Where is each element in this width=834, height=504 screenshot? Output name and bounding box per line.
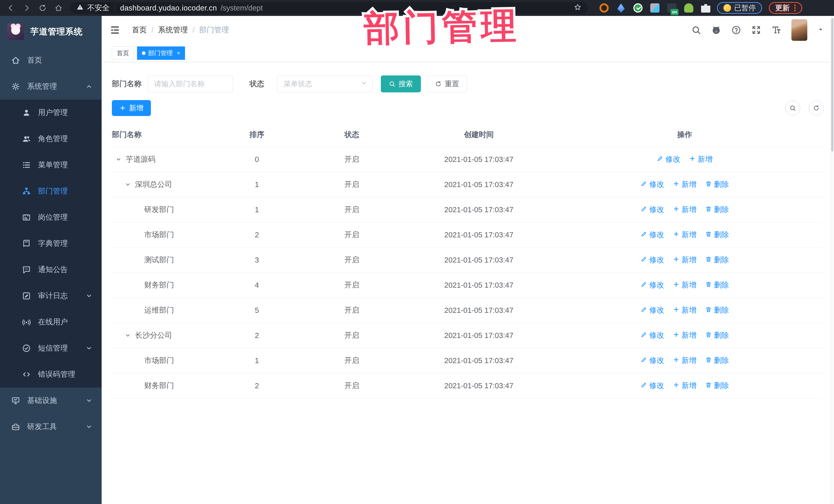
chevron-down-icon: [86, 345, 92, 352]
help-icon[interactable]: [731, 25, 741, 35]
sidebar-item-chat[interactable]: 通知公告: [0, 257, 102, 283]
row-action-pencil[interactable]: 修改: [657, 154, 680, 165]
plus-icon: [673, 256, 680, 264]
status-select[interactable]: 菜单状态: [277, 75, 373, 92]
row-action-plus[interactable]: 新增: [673, 355, 697, 366]
font-size-icon[interactable]: [771, 25, 781, 35]
row-action-plus[interactable]: 新增: [689, 154, 712, 165]
sidebar-item-online[interactable]: 在线用户: [0, 309, 102, 335]
tag-view-active[interactable]: 部门管理×: [137, 46, 185, 60]
toolbar: 新增: [112, 100, 824, 116]
dept-name-input[interactable]: 请输入部门名称: [148, 75, 233, 92]
toggle-search-button[interactable]: [785, 101, 800, 115]
extension-switch-icon[interactable]: on: [667, 3, 676, 13]
extension-drop-icon[interactable]: [616, 3, 626, 13]
row-action-trash[interactable]: 删除: [705, 330, 729, 341]
row-action-trash[interactable]: 删除: [705, 380, 729, 391]
list-icon: [22, 161, 31, 169]
address-bar[interactable]: 不安全 dashboard.yudao.iocoder.cn/system/de…: [70, 2, 588, 14]
row-action-pencil[interactable]: 修改: [640, 380, 664, 391]
browser-forward-icon[interactable]: [22, 3, 31, 13]
fullscreen-icon[interactable]: [751, 25, 761, 35]
browser-update-button[interactable]: 更新: [769, 2, 802, 14]
browser-menu-dots-icon[interactable]: [794, 5, 796, 11]
extension-orange-icon[interactable]: [599, 3, 609, 13]
row-action-trash[interactable]: 删除: [705, 230, 729, 240]
sidebar-item-book[interactable]: 字典管理: [0, 231, 102, 257]
user-menu-caret-icon[interactable]: [817, 26, 824, 34]
dept-status: 开启: [291, 298, 412, 323]
row-action-trash[interactable]: 删除: [705, 179, 729, 190]
breadcrumb-separator: /: [193, 26, 195, 35]
breadcrumb-item[interactable]: 系统管理: [158, 25, 188, 35]
row-action-pencil[interactable]: 修改: [640, 355, 664, 366]
refresh-table-button[interactable]: [809, 101, 824, 115]
users-icon: [22, 134, 31, 143]
sidebar-item-editlog[interactable]: 审计日志: [0, 283, 102, 309]
row-action-trash[interactable]: 删除: [705, 204, 729, 215]
row-action-trash[interactable]: 删除: [705, 355, 729, 366]
tag-view-item[interactable]: 首页: [112, 46, 134, 60]
tree-expand-icon[interactable]: [125, 332, 135, 338]
sidebar-item-infra[interactable]: 基础设施: [0, 388, 102, 414]
sidebar-item-label: 岗位管理: [38, 212, 92, 222]
sidebar-item-label: 研发工具: [27, 422, 79, 432]
bookmark-star-icon[interactable]: [574, 3, 581, 13]
extension-figure-icon[interactable]: [684, 3, 694, 13]
extensions-puzzle-icon[interactable]: [701, 3, 710, 13]
sidebar-logo-row[interactable]: 芋道管理系统: [0, 16, 102, 47]
browser-back-icon[interactable]: [6, 3, 15, 13]
sidebar-item-list[interactable]: 菜单管理: [0, 152, 102, 178]
row-action-plus[interactable]: 新增: [673, 255, 697, 265]
add-button[interactable]: 新增: [112, 100, 151, 116]
row-action-pencil[interactable]: 修改: [640, 255, 664, 265]
row-action-trash[interactable]: 删除: [705, 280, 729, 290]
scrollbar-thumb[interactable]: [831, 18, 833, 151]
sidebar-item-tools[interactable]: 研发工具: [0, 414, 102, 440]
row-action-plus[interactable]: 新增: [673, 179, 697, 190]
search-button[interactable]: 搜索: [381, 75, 421, 92]
row-action-plus[interactable]: 新增: [673, 204, 697, 215]
row-action-pencil[interactable]: 修改: [640, 305, 664, 315]
user-avatar[interactable]: [791, 19, 807, 41]
row-action-trash[interactable]: 删除: [705, 255, 729, 265]
breadcrumb-item[interactable]: 首页: [132, 25, 147, 35]
table-row: 研发部门1开启2021-01-05 17:03:47修改新增删除: [112, 197, 824, 222]
tree-expand-icon[interactable]: [125, 181, 135, 188]
header-search-icon[interactable]: [691, 25, 701, 35]
sidebar-item-org[interactable]: 部门管理: [0, 178, 102, 204]
profile-paused-pill[interactable]: 已暂停: [717, 2, 762, 14]
row-action-label: 新增: [682, 355, 697, 366]
row-action-pencil[interactable]: 修改: [640, 230, 664, 240]
profile-emoji-avatar: [723, 4, 731, 12]
tree-expand-icon[interactable]: [115, 156, 126, 162]
row-action-label: 新增: [682, 179, 697, 190]
row-action-plus[interactable]: 新增: [673, 380, 697, 391]
sidebar-collapse-icon[interactable]: [110, 25, 120, 35]
row-action-plus[interactable]: 新增: [673, 305, 697, 315]
page-scrollbar[interactable]: [830, 16, 834, 504]
sidebar-item-user[interactable]: 用户管理: [0, 100, 102, 126]
sidebar-item-users[interactable]: 角色管理: [0, 126, 102, 152]
github-icon[interactable]: [711, 25, 721, 35]
browser-reload-icon[interactable]: [38, 3, 47, 13]
sidebar-item-code[interactable]: 错误码管理: [0, 361, 102, 388]
row-action-plus[interactable]: 新增: [673, 330, 697, 341]
row-action-pencil[interactable]: 修改: [640, 330, 664, 341]
row-action-plus[interactable]: 新增: [673, 280, 697, 290]
row-action-pencil[interactable]: 修改: [640, 280, 664, 290]
row-action-trash[interactable]: 删除: [705, 305, 729, 315]
sidebar-item-gear[interactable]: 系统管理: [0, 73, 102, 100]
sidebar-item-sms[interactable]: 短信管理: [0, 335, 102, 361]
extension-check-icon[interactable]: [633, 3, 642, 13]
browser-home-icon[interactable]: [54, 3, 63, 13]
sidebar-item-home[interactable]: 首页: [0, 47, 102, 73]
row-action-pencil[interactable]: 修改: [640, 179, 664, 190]
close-tab-icon[interactable]: ×: [177, 50, 180, 57]
row-action-pencil[interactable]: 修改: [640, 204, 664, 215]
row-action-plus[interactable]: 新增: [673, 230, 697, 240]
extension-grid-icon[interactable]: [650, 3, 659, 13]
chevron-down-icon: [86, 423, 92, 430]
reset-button[interactable]: 重置: [427, 75, 467, 92]
sidebar-item-badge[interactable]: 岗位管理: [0, 204, 102, 231]
